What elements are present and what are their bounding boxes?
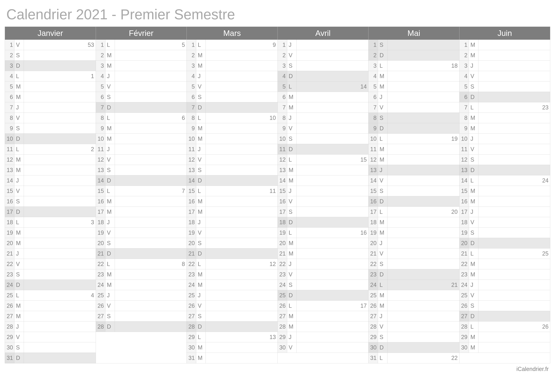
- day-number: 8: [96, 113, 105, 123]
- day-row: 29V: [5, 332, 96, 342]
- day-number: 22: [5, 259, 15, 269]
- day-row: 6M: [278, 92, 368, 102]
- day-of-week: M: [15, 238, 24, 248]
- day-note: [115, 92, 187, 102]
- day-note: [206, 280, 278, 290]
- day-row: 7M: [278, 102, 368, 113]
- day-row: 30D: [368, 342, 459, 353]
- day-row: 6J: [368, 92, 459, 102]
- day-note: 20: [387, 207, 459, 217]
- day-row: 24M: [187, 280, 278, 290]
- day-number: 4: [278, 71, 287, 81]
- day-number: 29: [5, 332, 15, 342]
- day-row: 23S: [5, 269, 96, 280]
- day-number: 25: [96, 290, 105, 300]
- day-note: [297, 71, 368, 81]
- day-note: [206, 50, 278, 60]
- day-number: 11: [460, 144, 469, 154]
- day-note: [24, 196, 96, 207]
- day-of-week: D: [469, 238, 478, 248]
- day-row: 28V: [368, 321, 459, 332]
- day-of-week: L: [287, 301, 297, 311]
- day-number: 15: [278, 186, 287, 196]
- day-note: [24, 207, 96, 217]
- day-row: 9M: [460, 123, 550, 134]
- month-column: Juin1M2M3J4V5S6D7L238M9M10J11V12S13D14L2…: [460, 27, 550, 363]
- day-of-week: S: [196, 311, 206, 321]
- day-number: 27: [5, 311, 15, 321]
- day-row: 19M: [5, 228, 96, 238]
- day-note: [24, 50, 96, 60]
- day-of-week: M: [469, 259, 478, 269]
- day-of-week: V: [378, 249, 387, 259]
- day-of-week: S: [196, 238, 206, 248]
- day-note: [206, 207, 278, 217]
- day-row: 1V53: [5, 40, 96, 50]
- day-number: 21: [96, 249, 105, 259]
- day-row: 6S: [96, 92, 187, 102]
- day-note: [478, 196, 550, 207]
- day-number: 10: [96, 134, 105, 144]
- day-row: 8V: [5, 113, 96, 123]
- day-note: [387, 311, 459, 321]
- day-number: 20: [278, 238, 287, 248]
- day-number: 4: [96, 71, 105, 81]
- day-row: 27M: [278, 311, 368, 321]
- day-number: 24: [460, 280, 469, 290]
- day-row: 25V: [460, 290, 550, 301]
- day-of-week: J: [469, 134, 478, 144]
- day-number: 12: [187, 155, 196, 165]
- footer-credit: iCalendrier.fr: [5, 366, 550, 372]
- day-row: 9M: [187, 123, 278, 134]
- day-note: 11: [206, 186, 278, 196]
- day-of-week: D: [196, 321, 206, 332]
- day-row: 27M: [5, 311, 96, 321]
- day-row: 27J: [368, 311, 459, 321]
- day-note: [115, 81, 187, 92]
- day-of-week: V: [15, 332, 24, 342]
- day-row: 23M: [96, 269, 187, 280]
- day-row: 30M: [187, 342, 278, 353]
- day-note: [387, 217, 459, 227]
- day-of-week: S: [378, 186, 387, 196]
- day-note: [478, 207, 550, 217]
- day-row: 27D: [460, 311, 550, 321]
- day-row: 11M: [368, 144, 459, 155]
- day-row: 15L7: [96, 186, 187, 196]
- day-number: 27: [187, 311, 196, 321]
- day-number: 31: [187, 353, 196, 363]
- day-note: [115, 165, 187, 175]
- day-note: [478, 113, 550, 123]
- day-row: 27S: [96, 311, 187, 321]
- day-number: 14: [460, 175, 469, 186]
- day-number: 2: [368, 50, 378, 60]
- day-number: 13: [187, 165, 196, 175]
- day-note: 24: [478, 175, 550, 186]
- day-number: 11: [278, 144, 287, 154]
- day-row: 18J: [96, 217, 187, 228]
- day-of-week: L: [15, 144, 24, 154]
- day-note: [478, 155, 550, 165]
- day-number: 21: [368, 249, 378, 259]
- day-of-week: V: [196, 81, 206, 92]
- day-of-week: M: [196, 342, 206, 353]
- day-of-week: S: [105, 238, 115, 248]
- day-row: 9S: [5, 123, 96, 134]
- month-column: Février1L52M3M4J5V6S7D8L69M10M11J12V13S1…: [96, 27, 187, 363]
- day-note: [297, 61, 368, 71]
- day-note: [478, 280, 550, 290]
- day-row: 10L19: [368, 134, 459, 144]
- day-number: 28: [278, 321, 287, 332]
- day-number: 9: [187, 123, 196, 134]
- day-of-week: L: [105, 40, 115, 50]
- day-number: 8: [368, 113, 378, 123]
- day-note: [24, 186, 96, 196]
- month-column: Avril1J2V3S4D5L146M7M8J9V10S11D12L1513M1…: [278, 27, 369, 363]
- day-number: 1: [278, 40, 287, 50]
- day-note: [206, 81, 278, 92]
- day-row: 2M: [187, 50, 278, 61]
- day-of-week: L: [196, 40, 206, 50]
- day-of-week: L: [378, 280, 387, 290]
- day-number: 7: [460, 102, 469, 113]
- day-row: 14J: [5, 175, 96, 186]
